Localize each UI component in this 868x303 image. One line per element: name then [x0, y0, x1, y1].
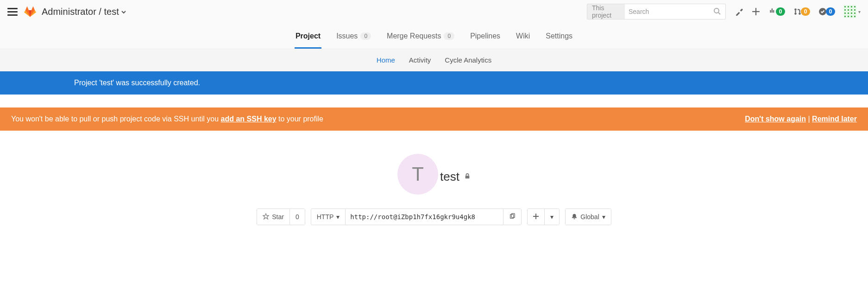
breadcrumb-text: Administrator / test	[42, 6, 119, 17]
svg-point-4	[799, 13, 801, 15]
svg-line-1	[718, 13, 720, 14]
chevron-down-icon	[121, 6, 126, 17]
merge-requests-count-icon[interactable]: 0	[793, 7, 810, 16]
header-icons-group: 0 0 0 ▾	[735, 5, 861, 18]
project-name: test	[440, 170, 459, 184]
tab-project[interactable]: Project	[295, 23, 321, 49]
new-dropdown-group: ▾	[527, 208, 560, 225]
star-count: 0	[289, 209, 305, 225]
star-group: Star 0	[257, 208, 305, 225]
alert-ssh-suffix: to your profile	[277, 115, 323, 123]
main-tabs: Project Issues0 Merge Requests0 Pipeline…	[0, 23, 868, 49]
copy-icon	[509, 213, 516, 221]
svg-point-3	[794, 13, 797, 15]
clone-protocol-dropdown[interactable]: HTTP ▾	[311, 209, 346, 225]
remind-later-link[interactable]: Remind later	[812, 115, 857, 123]
admin-wrench-icon[interactable]	[735, 7, 743, 16]
subtab-activity[interactable]: Activity	[409, 56, 431, 64]
star-button[interactable]: Star	[257, 209, 289, 225]
notification-dropdown[interactable]: Global ▾	[566, 209, 610, 225]
project-actions: Star 0 HTTP ▾ ▾	[0, 208, 868, 225]
mr-count-pill: 0	[444, 32, 454, 40]
caret-down-icon: ▾	[602, 213, 605, 221]
subtabs: Home Activity Cycle Analytics	[0, 49, 868, 71]
copy-url-button[interactable]	[503, 209, 521, 225]
subtab-cycle-analytics[interactable]: Cycle Analytics	[445, 56, 491, 64]
project-main: T test Star 0 HTTP ▾	[0, 131, 868, 244]
svg-point-0	[714, 8, 719, 13]
svg-rect-6	[465, 176, 470, 178]
search-input[interactable]	[625, 8, 713, 15]
tab-settings[interactable]: Settings	[545, 23, 573, 49]
hamburger-menu-icon[interactable]	[7, 6, 18, 17]
lock-icon	[464, 173, 471, 181]
new-plus-button[interactable]	[528, 209, 544, 225]
issues-count-pill: 0	[360, 32, 371, 40]
alert-ssh-warning: You won't be able to pull or push projec…	[0, 107, 868, 131]
dont-show-again-link[interactable]: Don't show again	[745, 115, 806, 123]
add-ssh-key-link[interactable]: add an SSH key	[221, 115, 277, 123]
issues-count-icon[interactable]: 0	[768, 7, 785, 16]
project-title: test	[440, 170, 471, 184]
avatar	[843, 5, 856, 18]
top-header: Administrator / test This project 0	[0, 0, 868, 23]
alert-success: Project 'test' was successfully created.	[0, 71, 868, 95]
notification-group: Global ▾	[565, 208, 611, 225]
subtab-home[interactable]: Home	[377, 56, 395, 64]
project-avatar: T	[397, 154, 438, 195]
clone-url-input[interactable]	[346, 209, 503, 225]
plus-icon	[533, 213, 539, 221]
header-left: Administrator / test	[7, 6, 126, 18]
tab-wiki[interactable]: Wiki	[515, 23, 531, 49]
protocol-label: HTTP	[317, 213, 334, 221]
tab-merge-requests[interactable]: Merge Requests0	[386, 23, 455, 49]
caret-down-icon: ▾	[336, 213, 340, 221]
bell-icon	[571, 213, 578, 221]
search-icon	[713, 7, 721, 16]
clone-group: HTTP ▾	[311, 208, 522, 225]
todos-count-icon[interactable]: 0	[818, 7, 835, 16]
caret-down-icon: ▾	[858, 9, 861, 14]
alert-success-text: Project 'test' was successfully created.	[74, 79, 200, 87]
search-scope-label[interactable]: This project	[587, 4, 625, 19]
header-right: This project 0 0 0	[587, 4, 861, 19]
tab-pipelines[interactable]: Pipelines	[469, 23, 501, 49]
search-box[interactable]: This project	[587, 4, 726, 19]
user-menu[interactable]: ▾	[843, 5, 861, 18]
notification-label: Global	[580, 213, 599, 221]
breadcrumb[interactable]: Administrator / test	[42, 6, 126, 17]
svg-point-2	[794, 8, 797, 11]
caret-down-icon: ▾	[550, 213, 554, 221]
alert-ssh-prefix: You won't be able to pull or push projec…	[11, 115, 221, 123]
star-label: Star	[272, 213, 284, 221]
issues-badge: 0	[776, 7, 785, 16]
mr-badge: 0	[801, 7, 810, 16]
plus-icon[interactable]	[752, 7, 760, 16]
tab-issues[interactable]: Issues0	[335, 23, 372, 49]
gitlab-logo-icon[interactable]	[24, 6, 36, 18]
todos-badge: 0	[826, 7, 835, 16]
new-dropdown-caret[interactable]: ▾	[544, 209, 559, 225]
star-icon	[263, 213, 269, 221]
project-avatar-letter: T	[412, 163, 424, 185]
